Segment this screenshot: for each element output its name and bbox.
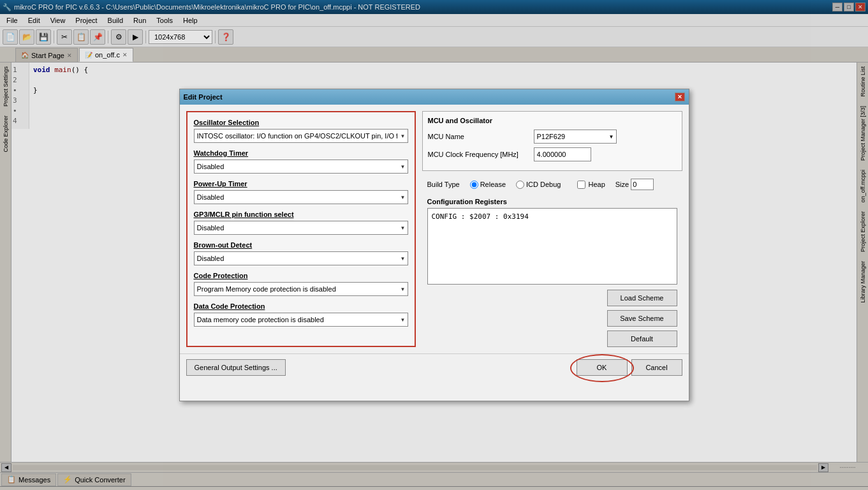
- gp3-label: GP3/MCLR pin function select: [194, 211, 408, 218]
- brownout-label: Brown-out Detect: [194, 241, 408, 249]
- save-scheme-button[interactable]: Save Scheme: [607, 310, 677, 327]
- ok-button[interactable]: OK: [577, 359, 628, 376]
- heap-size-input[interactable]: [631, 179, 654, 190]
- icd-debug-label: ICD Debug: [526, 181, 561, 188]
- dialog-body: Oscillator Selection INTOSC oscillator: …: [180, 105, 689, 353]
- icd-debug-radio[interactable]: [516, 181, 524, 189]
- edit-project-dialog: Edit Project ✕ Oscillator Selection INTO…: [179, 89, 689, 401]
- heap-checkbox[interactable]: [577, 181, 585, 189]
- watchdog-dropdown[interactable]: Disabled: [194, 160, 408, 174]
- mcu-name-select-wrap: P12F629: [534, 130, 617, 144]
- codeprot-label: Code Protection: [194, 272, 408, 279]
- release-label: Release: [480, 181, 506, 188]
- load-scheme-button[interactable]: Load Scheme: [607, 290, 677, 306]
- mcu-name-row: MCU Name P12F629: [428, 130, 677, 144]
- side-buttons: Load Scheme Save Scheme Default: [422, 290, 682, 347]
- powerup-dropdown[interactable]: Disabled: [194, 190, 408, 204]
- datacodeprot-dropdown[interactable]: Data memory code protection is disabled: [194, 313, 408, 327]
- watchdog-dropdown-wrap: Disabled: [194, 160, 408, 174]
- codeprot-dropdown-wrap: Program Memory code protection is disabl…: [194, 282, 408, 296]
- mcu-name-label: MCU Name: [428, 133, 530, 140]
- default-button[interactable]: Default: [607, 330, 677, 347]
- release-radio-label[interactable]: Release: [470, 181, 506, 189]
- codeprot-dropdown[interactable]: Program Memory code protection is disabl…: [194, 282, 408, 296]
- datacodeprot-label: Data Code Protection: [194, 302, 408, 310]
- powerup-label: Power-Up Timer: [194, 180, 408, 188]
- dialog-bottom: General Output Settings ... OK Cancel: [180, 353, 689, 381]
- mcu-clock-row: MCU Clock Frequency [MHz]: [428, 147, 677, 161]
- modal-overlay: Edit Project ✕ Oscillator Selection INTO…: [0, 0, 868, 490]
- brownout-dropdown[interactable]: Disabled: [194, 251, 408, 265]
- mcu-clock-label: MCU Clock Frequency [MHz]: [428, 151, 530, 158]
- mcu-name-select[interactable]: P12F629: [534, 130, 617, 144]
- heap-size-label: Size: [615, 181, 629, 188]
- oscillator-dropdown[interactable]: INTOSC oscillator: I/O function on GP4/O…: [194, 129, 408, 143]
- build-type-label: Build Type: [427, 181, 460, 188]
- config-registers-title: Configuration Registers: [427, 198, 677, 205]
- mcu-group-title: MCU and Oscillator: [428, 117, 677, 124]
- dialog-title: Edit Project: [184, 93, 223, 101]
- release-radio[interactable]: [470, 181, 478, 189]
- general-output-button[interactable]: General Output Settings ...: [186, 359, 286, 376]
- icd-debug-radio-label[interactable]: ICD Debug: [516, 181, 561, 189]
- dialog-title-bar: Edit Project ✕: [180, 89, 689, 105]
- dialog-action-buttons: OK Cancel: [577, 359, 682, 376]
- datacodeprot-dropdown-wrap: Data memory code protection is disabled: [194, 313, 408, 327]
- oscillator-label: Oscillator Selection: [194, 119, 408, 126]
- heap-size-section: Size: [615, 179, 654, 190]
- gp3-dropdown-wrap: Disabled: [194, 221, 408, 235]
- config-registers-section: Configuration Registers CONFIG : $2007 :…: [422, 198, 682, 285]
- powerup-dropdown-wrap: Disabled: [194, 190, 408, 204]
- brownout-dropdown-wrap: Disabled: [194, 251, 408, 265]
- config-registers-area: CONFIG : $2007 : 0x3194: [427, 208, 677, 285]
- mcu-panel: MCU and Oscillator MCU Name P12F629 MCU …: [422, 111, 682, 347]
- gp3-dropdown[interactable]: Disabled: [194, 221, 408, 235]
- mcu-clock-input[interactable]: [534, 147, 591, 161]
- dialog-close-button[interactable]: ✕: [675, 93, 685, 101]
- watchdog-label: Watchdog Timer: [194, 149, 408, 157]
- config-panel: Oscillator Selection INTOSC oscillator: …: [186, 111, 416, 347]
- config-registers-value: CONFIG : $2007 : 0x3194: [432, 212, 529, 221]
- heap-label: Heap: [588, 181, 605, 188]
- ok-button-wrapper: OK: [577, 359, 628, 376]
- cancel-button[interactable]: Cancel: [631, 359, 682, 376]
- heap-section: Heap: [577, 181, 605, 189]
- oscillator-dropdown-wrap: INTOSC oscillator: I/O function on GP4/O…: [194, 129, 408, 143]
- build-type-section: Build Type Release ICD Debug Heap Si: [422, 176, 682, 193]
- mcu-group: MCU and Oscillator MCU Name P12F629 MCU …: [422, 111, 682, 171]
